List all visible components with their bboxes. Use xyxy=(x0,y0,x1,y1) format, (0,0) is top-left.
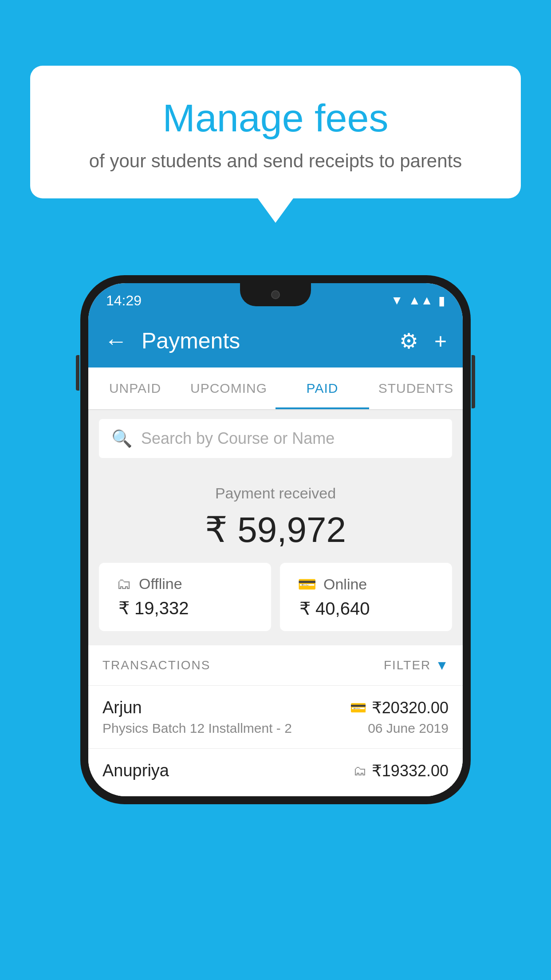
offline-payment-card: 🗂 Offline ₹ 19,332 xyxy=(99,563,271,631)
transaction-date: 06 June 2019 xyxy=(368,721,449,736)
speech-bubble-section: Manage fees of your students and send re… xyxy=(30,66,521,223)
transaction-amount-2: ₹19332.00 xyxy=(372,762,449,780)
filter-button[interactable]: FILTER ▼ xyxy=(384,658,449,673)
transaction-bottom: Physics Batch 12 Installment - 2 06 June… xyxy=(102,721,449,736)
speech-bubble: Manage fees of your students and send re… xyxy=(30,66,521,198)
online-card-header: 💳 Online xyxy=(298,575,367,593)
transaction-amount-wrapper-2: 🗂 ₹19332.00 xyxy=(353,762,449,780)
search-container: 🔍 Search by Course or Name xyxy=(88,410,463,467)
offline-card-header: 🗂 Offline xyxy=(117,575,182,593)
speech-bubble-title: Manage fees xyxy=(57,97,494,140)
phone-notch xyxy=(240,283,311,306)
payment-received-label: Payment received xyxy=(88,485,463,502)
filter-icon: ▼ xyxy=(435,658,449,673)
payment-total-amount: ₹ 59,972 xyxy=(88,509,463,550)
offline-label: Offline xyxy=(139,575,182,593)
search-placeholder: Search by Course or Name xyxy=(141,429,335,448)
camera-dot xyxy=(271,290,280,299)
filter-label: FILTER xyxy=(384,658,431,672)
battery-icon: ▮ xyxy=(438,293,445,308)
transaction-top-2: Anupriya 🗂 ₹19332.00 xyxy=(102,761,449,780)
phone-mockup: 14:29 ▼ ▲▲ ▮ ← Payments ⚙ + UNPAID xyxy=(80,275,471,804)
online-icon: 💳 xyxy=(298,575,316,593)
transaction-desc: Physics Batch 12 Installment - 2 xyxy=(102,721,292,736)
payment-cards: 🗂 Offline ₹ 19,332 💳 Online ₹ 40,640 xyxy=(88,563,463,631)
online-payment-icon: 💳 xyxy=(350,700,366,715)
signal-icon: ▲▲ xyxy=(409,293,433,308)
online-payment-card: 💳 Online ₹ 40,640 xyxy=(280,563,452,631)
phone-power-button xyxy=(472,355,475,408)
online-amount: ₹ 40,640 xyxy=(298,598,370,619)
tab-paid[interactable]: PAID xyxy=(276,368,369,409)
transactions-label: TRANSACTIONS xyxy=(102,658,210,672)
bubble-arrow xyxy=(258,198,293,223)
offline-amount: ₹ 19,332 xyxy=(117,598,189,618)
transaction-name: Arjun xyxy=(102,698,142,717)
transaction-amount-wrapper: 💳 ₹20320.00 xyxy=(350,699,449,717)
search-bar[interactable]: 🔍 Search by Course or Name xyxy=(99,419,452,458)
tab-unpaid[interactable]: UNPAID xyxy=(88,368,182,409)
speech-bubble-subtitle: of your students and send receipts to pa… xyxy=(57,150,494,172)
transaction-name-2: Anupriya xyxy=(102,761,169,780)
wifi-icon: ▼ xyxy=(391,293,403,308)
app-bar-title: Payments xyxy=(142,328,385,354)
payment-summary: Payment received ₹ 59,972 🗂 Offline ₹ 19… xyxy=(88,467,463,645)
back-button[interactable]: ← xyxy=(104,328,127,354)
phone-outer: 14:29 ▼ ▲▲ ▮ ← Payments ⚙ + UNPAID xyxy=(80,275,471,804)
tabs-bar: UNPAID UPCOMING PAID STUDENTS xyxy=(88,368,463,410)
offline-payment-icon: 🗂 xyxy=(353,763,366,778)
online-label: Online xyxy=(323,576,367,593)
transaction-row[interactable]: Arjun 💳 ₹20320.00 Physics Batch 12 Insta… xyxy=(88,685,463,748)
status-time: 14:29 xyxy=(106,292,142,309)
settings-icon[interactable]: ⚙ xyxy=(399,328,418,353)
add-icon[interactable]: + xyxy=(434,329,447,353)
phone-screen: 14:29 ▼ ▲▲ ▮ ← Payments ⚙ + UNPAID xyxy=(88,283,463,796)
tab-students[interactable]: STUDENTS xyxy=(369,368,463,409)
transaction-row[interactable]: Anupriya 🗂 ₹19332.00 xyxy=(88,748,463,796)
app-bar-actions: ⚙ + xyxy=(399,328,447,353)
status-icons: ▼ ▲▲ ▮ xyxy=(391,293,445,308)
tab-upcoming[interactable]: UPCOMING xyxy=(182,368,276,409)
phone-volume-button xyxy=(76,355,79,391)
app-bar: ← Payments ⚙ + xyxy=(88,314,463,368)
transaction-top: Arjun 💳 ₹20320.00 xyxy=(102,698,449,717)
search-icon: 🔍 xyxy=(111,429,132,448)
transaction-amount: ₹20320.00 xyxy=(372,699,449,717)
transactions-header: TRANSACTIONS FILTER ▼ xyxy=(88,645,463,685)
offline-icon: 🗂 xyxy=(117,575,132,593)
